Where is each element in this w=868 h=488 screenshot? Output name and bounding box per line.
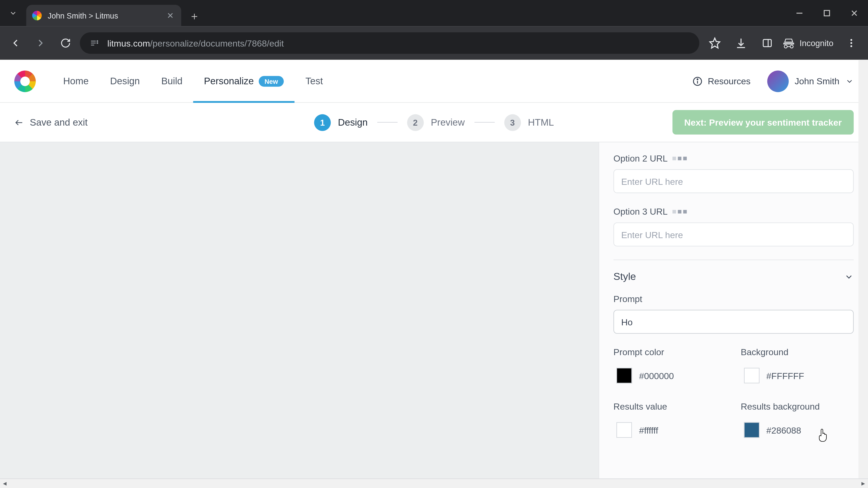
nav-design[interactable]: Design <box>99 60 151 102</box>
step-html-label: HTML <box>528 117 554 128</box>
field-results-value: Results value #ffffff <box>614 401 726 443</box>
chevron-down-icon <box>845 77 854 85</box>
save-and-exit-label: Save and exit <box>30 117 88 128</box>
save-and-exit-button[interactable]: Save and exit <box>14 117 88 128</box>
step-separator <box>474 122 495 123</box>
litmus-logo-icon[interactable] <box>14 70 36 92</box>
results-background-swatch <box>744 422 759 438</box>
downloads-icon[interactable] <box>729 31 753 55</box>
bookmark-star-icon[interactable] <box>703 31 727 55</box>
results-value-label: Results value <box>614 401 667 412</box>
chevron-down-icon <box>844 272 854 282</box>
app-root: Home Design Build Personalize New Test R… <box>0 60 868 488</box>
style-section-header[interactable]: Style <box>614 271 854 283</box>
nav-personalize-badge: New <box>258 76 284 87</box>
window-minimize-button[interactable] <box>786 0 813 26</box>
step-html-number: 3 <box>504 114 521 131</box>
incognito-label: Incognito <box>800 38 833 48</box>
address-bar[interactable]: litmus.com/personalize/documents/7868/ed… <box>80 32 700 54</box>
url-text: litmus.com/personalize/documents/7868/ed… <box>107 38 284 48</box>
browser-titlebar: John Smith > Litmus ✕ ＋ <box>0 0 868 26</box>
nav-personalize-label: Personalize <box>204 76 254 87</box>
field-prompt: Prompt <box>614 294 854 334</box>
new-tab-button[interactable]: ＋ <box>186 8 203 24</box>
step-preview[interactable]: 2 Preview <box>407 114 465 131</box>
properties-panel: Option 2 URL Option 3 URL <box>598 142 868 488</box>
tab-close-icon[interactable]: ✕ <box>167 11 174 20</box>
background-label: Background <box>741 347 788 357</box>
horizontal-scrollbar[interactable]: ◄ ► <box>0 479 868 488</box>
side-panel-icon[interactable] <box>755 31 779 55</box>
tab-title: John Smith > Litmus <box>48 11 118 20</box>
prompt-label: Prompt <box>614 294 643 304</box>
favicon-icon <box>32 11 41 20</box>
next-preview-button[interactable]: Next: Preview your sentiment tracker <box>672 110 854 135</box>
step-preview-number: 2 <box>407 114 424 131</box>
nav-home[interactable]: Home <box>53 60 99 102</box>
resources-link[interactable]: Resources <box>692 76 751 87</box>
field-background-color: Background #FFFFFF <box>741 347 854 388</box>
user-menu[interactable]: John Smith <box>767 70 854 92</box>
forward-button[interactable] <box>30 32 51 54</box>
results-value-swatch <box>616 422 632 438</box>
svg-point-18 <box>697 78 698 79</box>
back-button[interactable] <box>5 32 26 54</box>
step-preview-label: Preview <box>431 117 465 128</box>
scroll-track[interactable] <box>9 479 859 488</box>
reload-button[interactable] <box>55 32 76 54</box>
svg-rect-11 <box>763 39 772 47</box>
svg-point-8 <box>97 43 98 43</box>
incognito-indicator[interactable]: Incognito <box>782 37 837 49</box>
background-hex: #FFFFFF <box>766 370 804 381</box>
browser-toolbar: litmus.com/personalize/documents/7868/ed… <box>0 26 868 60</box>
field-results-background: Results background #286088 <box>741 401 854 443</box>
incognito-icon <box>783 37 795 49</box>
step-html[interactable]: 3 HTML <box>504 114 554 131</box>
nav-personalize[interactable]: Personalize New <box>193 60 295 102</box>
results-value-picker[interactable]: #ffffff <box>614 418 726 443</box>
preview-canvas[interactable] <box>0 142 598 488</box>
window-close-button[interactable] <box>841 0 868 26</box>
scroll-left-icon[interactable]: ◄ <box>0 479 9 488</box>
field-option2-url: Option 2 URL <box>614 153 854 193</box>
background-color-picker[interactable]: #FFFFFF <box>741 363 854 388</box>
field-option3-url: Option 3 URL <box>614 206 854 246</box>
merge-tag-icon[interactable] <box>673 156 687 160</box>
nav-build[interactable]: Build <box>151 60 193 102</box>
results-background-picker[interactable]: #286088 <box>741 418 854 443</box>
browser-menu-icon[interactable] <box>839 31 863 55</box>
svg-rect-1 <box>824 10 830 16</box>
window-maximize-button[interactable] <box>813 0 840 26</box>
option3-url-input[interactable] <box>614 223 854 247</box>
vertical-scrollbar[interactable] <box>859 60 868 479</box>
field-prompt-color: Prompt color #000000 <box>614 347 726 388</box>
step-design[interactable]: 1 Design <box>314 114 368 131</box>
window-controls <box>786 0 868 26</box>
results-background-hex: #286088 <box>766 425 801 435</box>
site-info-icon[interactable] <box>88 37 100 49</box>
step-design-label: Design <box>338 117 368 128</box>
app-header: Home Design Build Personalize New Test R… <box>0 60 868 103</box>
option3-url-label: Option 3 URL <box>614 206 668 217</box>
divider <box>614 260 854 260</box>
merge-tag-icon[interactable] <box>673 210 687 213</box>
prompt-color-picker[interactable]: #000000 <box>614 363 726 388</box>
main-nav: Home Design Build Personalize New Test <box>53 60 334 102</box>
user-name: John Smith <box>795 76 839 86</box>
results-background-label: Results background <box>741 401 820 412</box>
option2-url-label: Option 2 URL <box>614 153 668 163</box>
prompt-color-swatch <box>616 368 632 383</box>
browser-tab-active[interactable]: John Smith > Litmus ✕ <box>26 5 181 26</box>
svg-point-15 <box>850 45 852 47</box>
scroll-right-icon[interactable]: ► <box>859 479 868 488</box>
nav-test[interactable]: Test <box>295 60 334 102</box>
editor-main: Option 2 URL Option 3 URL <box>0 142 868 488</box>
tab-search-dropdown[interactable] <box>0 0 26 26</box>
svg-marker-9 <box>710 38 720 48</box>
prompt-color-label: Prompt color <box>614 347 664 357</box>
option2-url-input[interactable] <box>614 169 854 193</box>
wizard-steps: 1 Design 2 Preview 3 HTML <box>314 114 554 131</box>
prompt-input[interactable] <box>614 310 854 334</box>
step-design-number: 1 <box>314 114 331 131</box>
background-swatch <box>744 368 759 383</box>
